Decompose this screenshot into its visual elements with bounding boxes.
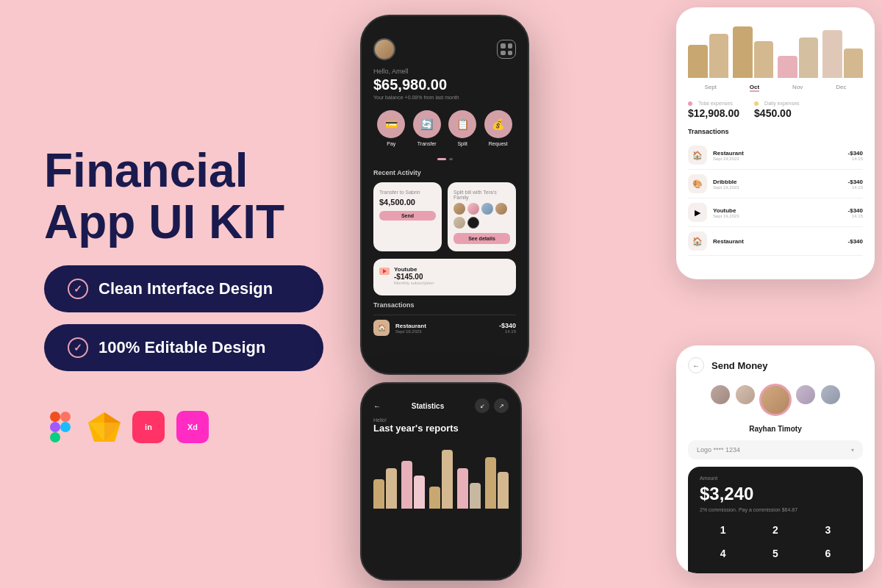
svg-rect-3: [50, 432, 60, 442]
key-1[interactable]: 1: [700, 521, 746, 539]
trans-id-2: 14.15: [848, 185, 863, 190]
trans-item-youtube: ▶ Youtube Sept 19,2023 -$340 14.15: [688, 198, 863, 227]
total-expense-item: Total expenses $12,908.00: [688, 101, 739, 119]
restaurant-list-icon-2: 🏠: [688, 232, 707, 251]
amount-commission: 2% commission. Pay a commission $64.87: [700, 507, 851, 512]
stats-icon-1[interactable]: ↙: [475, 398, 490, 413]
phone-header: [373, 38, 516, 60]
month-oct[interactable]: Oct: [750, 84, 759, 92]
trans-id-3: 14.15: [848, 214, 863, 218]
avatar-2: [467, 203, 479, 215]
pay-button[interactable]: 💳 Pay: [377, 110, 405, 146]
key-3[interactable]: 3: [805, 521, 851, 539]
split-button[interactable]: 📋 Split: [448, 110, 476, 146]
menu-icon[interactable]: [497, 40, 516, 59]
trans-id: 14.15: [499, 329, 516, 334]
key-9[interactable]: 9: [805, 568, 851, 573]
bar-group-nov: [778, 37, 818, 78]
bar-group-oct: [733, 26, 773, 78]
stats-icons: ↙ ↗: [475, 398, 509, 413]
key-6[interactable]: 6: [805, 545, 851, 562]
sbar-3a: [429, 487, 440, 509]
restaurant-icon: 🏠: [373, 320, 390, 336]
stats-bar-3: [429, 450, 453, 509]
see-details-button[interactable]: See details: [453, 233, 510, 244]
left-panel: Financial App UI KIT Clean Interface Des…: [44, 0, 353, 588]
bar-sept-2: [709, 34, 729, 78]
key-2[interactable]: 2: [752, 521, 798, 539]
phone-screen: Hello, Amell $65,980.00 Your balance +0.…: [362, 16, 528, 373]
sbar-1a: [373, 479, 384, 509]
contact-4[interactable]: [795, 384, 817, 406]
numpad: 1 2 3 4 5 6 7 8 9: [700, 521, 851, 573]
avatar-4: [495, 203, 507, 215]
main-title: Financial App UI KIT: [44, 145, 353, 248]
month-sept: Sept: [704, 84, 716, 92]
transfer-card: Transfer to Sabrin $4,500.00 Send: [373, 182, 442, 251]
bar-group-dec: [822, 30, 863, 78]
contact-name: Rayhan Timoty: [688, 425, 863, 433]
trans-amount: -$340: [499, 322, 516, 329]
trans-amount-1: -$340: [848, 150, 863, 157]
back-button[interactable]: ←: [688, 357, 704, 373]
trans-date: Sept 19,2023: [395, 329, 493, 334]
xd-icon: Xd: [176, 411, 209, 443]
youtube-info: Youtube -$145.00 Monthly subscription: [394, 266, 434, 285]
send-money-card: ← Send Money Rayhan Timoty Logo **** 123…: [676, 345, 875, 573]
total-dot: [688, 101, 692, 106]
trans-amount-col-3: -$340 14.15: [848, 207, 863, 218]
pay-icon: 💳: [377, 110, 405, 138]
trans-amount-col: -$340 14.15: [499, 322, 516, 334]
total-value: $12,908.00: [688, 107, 739, 119]
sbar-2a: [401, 461, 412, 509]
svg-rect-1: [60, 412, 71, 422]
contact-5[interactable]: [820, 384, 842, 406]
stats-header: ← Statistics ↙ ↗: [373, 398, 509, 413]
contact-2[interactable]: [734, 384, 756, 406]
main-phone: Hello, Amell $65,980.00 Your balance +0.…: [360, 15, 529, 375]
trans-date-2: Sept 19,2023: [713, 185, 842, 190]
request-icon: 💰: [484, 110, 512, 138]
key-4[interactable]: 4: [700, 545, 746, 562]
contact-1[interactable]: [709, 384, 731, 406]
trans-amount-2: -$340: [848, 179, 863, 185]
stats-bar-5: [485, 457, 509, 509]
trans-amount-3: -$340: [848, 207, 863, 214]
account-field[interactable]: Logo **** 1234 ▾: [688, 440, 863, 459]
trans-name-2: Dribbble: [713, 179, 842, 185]
daily-dot: [754, 101, 759, 106]
key-7[interactable]: 7: [700, 568, 746, 573]
key-8[interactable]: 8: [752, 568, 798, 573]
daily-label: Daily expenses: [764, 101, 799, 106]
send-money-header: ← Send Money: [688, 357, 863, 373]
trans-item-dribbble: 🎨 Dribbble Sept 19,2023 -$340 14.15: [688, 170, 863, 198]
svg-rect-2: [50, 422, 60, 432]
youtube-sub: Monthly subscription: [394, 281, 434, 285]
send-button[interactable]: Send: [379, 211, 436, 220]
trans-list-info-4: Restaurant: [713, 238, 842, 245]
balance-amount: $65,980.00: [373, 76, 516, 93]
transfer-button[interactable]: 🔄 Transfer: [413, 110, 441, 146]
stats-back-icon[interactable]: ←: [373, 402, 381, 410]
trans-name-1: Restaurant: [713, 150, 842, 157]
recent-activity-title: Recent Activity: [373, 169, 516, 176]
svg-rect-0: [50, 412, 60, 422]
figma-icon: [44, 411, 76, 443]
stats-icon-2[interactable]: ↗: [494, 398, 509, 413]
stats-bars: [373, 442, 509, 509]
greeting-text: Hello, Amell: [373, 68, 516, 75]
contacts-row: [688, 384, 863, 416]
month-nov: Nov: [792, 84, 803, 92]
trans-name-4: Restaurant: [713, 238, 842, 245]
request-button[interactable]: 💰 Request: [484, 110, 512, 146]
key-5[interactable]: 5: [752, 545, 798, 562]
trans-item-restaurant-2: 🏠 Restaurant -$340: [688, 227, 863, 256]
amount-section: Amount $3,240 2% commission. Pay a commi…: [688, 467, 863, 573]
stats-greeting: Hello!: [373, 417, 509, 423]
stats-title: Statistics: [412, 402, 444, 410]
stats-subtitle: Last year's reports: [373, 423, 509, 434]
trans-item-restaurant: 🏠 Restaurant Sept 19,2023 -$340 14.15: [688, 141, 863, 170]
youtube-card: Youtube -$145.00 Monthly subscription: [373, 259, 516, 295]
contact-3-active[interactable]: [759, 384, 792, 416]
split-label: Split bill with Tera's Family: [453, 190, 510, 200]
